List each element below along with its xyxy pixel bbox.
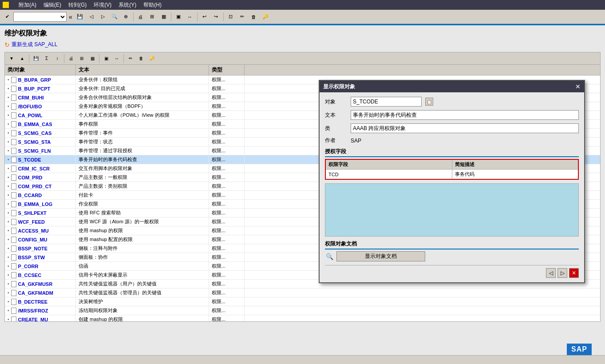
doc-icon bbox=[11, 290, 16, 296]
table-cell-object: •B_BUP_PCPT bbox=[5, 84, 76, 93]
menu-item-system[interactable]: 系统(Y) bbox=[119, 1, 136, 9]
doc-icon bbox=[11, 192, 16, 198]
nav-dropdown[interactable] bbox=[13, 12, 67, 22]
item-desc: 个人对象工作清单（POWL）iView 的权限 bbox=[79, 112, 170, 119]
table-cell-object: •CA_GKFMUSR bbox=[5, 280, 76, 288]
btn9[interactable]: ↔ bbox=[185, 12, 195, 22]
table-cell-type: 权限... bbox=[209, 75, 245, 84]
row-bullet: • bbox=[8, 202, 9, 206]
item-type: 权限... bbox=[212, 76, 225, 83]
item-desc: 业务伙伴：权限组 bbox=[79, 76, 118, 83]
display-docs-button[interactable]: 显示对象文档 bbox=[336, 251, 425, 261]
tsep2 bbox=[64, 54, 64, 63]
item-desc: 决策树维护 bbox=[79, 298, 103, 305]
item-desc: 信用卡号的末屏蔽显示 bbox=[79, 272, 127, 278]
btn13[interactable]: ✏ bbox=[237, 12, 248, 22]
delete-btn[interactable]: 🗑 bbox=[136, 54, 146, 63]
table-cell-type: 权限... bbox=[209, 84, 245, 93]
btn14[interactable]: 🗑 bbox=[249, 12, 259, 22]
row-bullet: • bbox=[8, 77, 9, 82]
row-bullet: • bbox=[8, 228, 9, 233]
grid-btn[interactable]: ⊞ bbox=[77, 54, 87, 63]
btn15[interactable]: 🔑 bbox=[260, 12, 271, 22]
export2-btn[interactable]: ↔ bbox=[112, 54, 122, 63]
table-cell-type: 权限... bbox=[209, 297, 245, 306]
menu-item-env[interactable]: 环境(V) bbox=[94, 1, 111, 9]
table-cell-object: •/BOFU/BO bbox=[5, 102, 76, 111]
table-cell-type: 权限... bbox=[209, 200, 245, 208]
table-row[interactable]: •/MRSS/FROZ冻结期间权限对象权限... bbox=[5, 306, 600, 315]
table-row[interactable]: •CA_GKFMADM共性关键值监视器（管理员）的关键值权限... bbox=[5, 289, 600, 297]
nav-back-icon[interactable]: « bbox=[67, 13, 74, 20]
key-btn[interactable]: 🔑 bbox=[147, 54, 157, 63]
copy-object-icon[interactable]: 📋 bbox=[425, 98, 433, 106]
sort-btn[interactable]: ↕ bbox=[52, 54, 62, 63]
table-cell-desc: 共性关键值监视器（管理员）的关键值 bbox=[76, 289, 209, 297]
menu-item-help[interactable]: 帮助(H) bbox=[143, 1, 162, 9]
check-btn[interactable]: ✔ bbox=[2, 12, 12, 22]
expand-btn[interactable]: ▲ bbox=[17, 54, 27, 63]
menu-item-goto[interactable]: 转到(G) bbox=[68, 1, 87, 9]
btn6[interactable]: ⊞ bbox=[147, 12, 158, 22]
btn3[interactable]: ▷ bbox=[98, 12, 108, 22]
row-bullet: • bbox=[8, 148, 9, 153]
filter-btn[interactable]: ▼ bbox=[7, 54, 16, 63]
item-desc: 创建 mashup 的权限 bbox=[79, 316, 123, 322]
refresh-button[interactable]: ↻ 重新生成 SAP_ALL bbox=[4, 41, 601, 48]
doc-icon bbox=[11, 317, 16, 322]
btn2[interactable]: ◁ bbox=[86, 12, 97, 22]
item-name: CA_GKFMADM bbox=[18, 290, 53, 296]
menu-item-add[interactable]: 附加(A) bbox=[19, 1, 36, 9]
export-btn[interactable]: ▣ bbox=[101, 54, 111, 63]
item-type: 权限... bbox=[212, 227, 225, 234]
item-name: S_SCMG_CAS bbox=[18, 131, 52, 136]
item-type: 权限... bbox=[212, 130, 225, 136]
row-bullet: • bbox=[8, 264, 9, 269]
edit-btn[interactable]: ✏ bbox=[126, 54, 135, 63]
table-cell-desc: 冻结期间权限对象 bbox=[76, 306, 209, 315]
btn5[interactable]: ⊕ bbox=[121, 12, 131, 22]
print2-btn[interactable]: 🖨 bbox=[66, 54, 76, 63]
row-bullet: • bbox=[8, 219, 9, 224]
col-header-text: 文本 bbox=[76, 65, 209, 75]
dialog-close-button[interactable]: ✕ bbox=[575, 83, 581, 90]
row-bullet: • bbox=[8, 210, 9, 215]
btn4[interactable]: 🔍 bbox=[109, 12, 120, 22]
doc-icon bbox=[11, 130, 16, 136]
dialog-text-row: 文本 事务开始时的事务代码检查 bbox=[325, 110, 579, 120]
display-auth-object-dialog: 显示权限对象 ✕ 对象 📋 文本 事务开始时的事务代码检查 类 AAAB 跨应用… bbox=[319, 80, 585, 283]
grid2-btn[interactable]: ▦ bbox=[87, 54, 97, 63]
close-footer-button[interactable]: ✕ bbox=[569, 268, 579, 278]
tsep3 bbox=[99, 54, 99, 63]
nav-prev-button[interactable]: ◁ bbox=[546, 268, 556, 278]
table-cell-desc: 交互作用脚本的权限对象 bbox=[76, 164, 209, 173]
btn10[interactable]: ↩ bbox=[199, 12, 210, 22]
dialog-class-row: 类 AAAB 跨应用权限对象 bbox=[325, 123, 579, 133]
table-cell-type: 权限... bbox=[209, 218, 245, 226]
table-cell-object: •COM_PRD_CT bbox=[5, 182, 76, 190]
menu-item-edit[interactable]: 编辑(E) bbox=[43, 1, 61, 9]
table-cell-object: •CRM_BUHI bbox=[5, 93, 76, 102]
nav-next-button[interactable]: ▷ bbox=[558, 268, 567, 278]
item-desc: 交互作用脚本的权限对象 bbox=[79, 165, 132, 172]
docs-section: 权限对象文档 🔍 显示对象文档 bbox=[325, 240, 579, 261]
btn12[interactable]: ⊡ bbox=[225, 12, 236, 22]
col-header-object: 类/对象 bbox=[5, 65, 76, 75]
table-row[interactable]: •CREATE_MU创建 mashup 的权限权限... bbox=[5, 315, 600, 322]
item-desc: 产品主数据：类别权限 bbox=[79, 183, 127, 190]
table-cell-type: 权限... bbox=[209, 164, 245, 173]
btn11[interactable]: ↪ bbox=[211, 12, 221, 22]
table-cell-object: •S_SCMG_FLN bbox=[5, 146, 76, 155]
table-row[interactable]: •B_DECTREE决策树维护权限... bbox=[5, 297, 600, 306]
btn7[interactable]: ▦ bbox=[158, 12, 169, 22]
sum-btn[interactable]: Σ bbox=[42, 54, 51, 63]
item-type: 权限... bbox=[212, 121, 225, 127]
table-cell-type: 权限... bbox=[209, 146, 245, 155]
btn8[interactable]: ▣ bbox=[173, 12, 184, 22]
table-cell-desc: 使用 mashup 配置的权限 bbox=[76, 235, 209, 244]
print-btn[interactable]: 🖨 bbox=[135, 12, 146, 22]
doc-icon bbox=[11, 263, 16, 269]
save2-btn[interactable]: 💾 bbox=[31, 54, 41, 63]
object-input[interactable] bbox=[351, 97, 422, 107]
save-btn[interactable]: 💾 bbox=[75, 12, 85, 22]
